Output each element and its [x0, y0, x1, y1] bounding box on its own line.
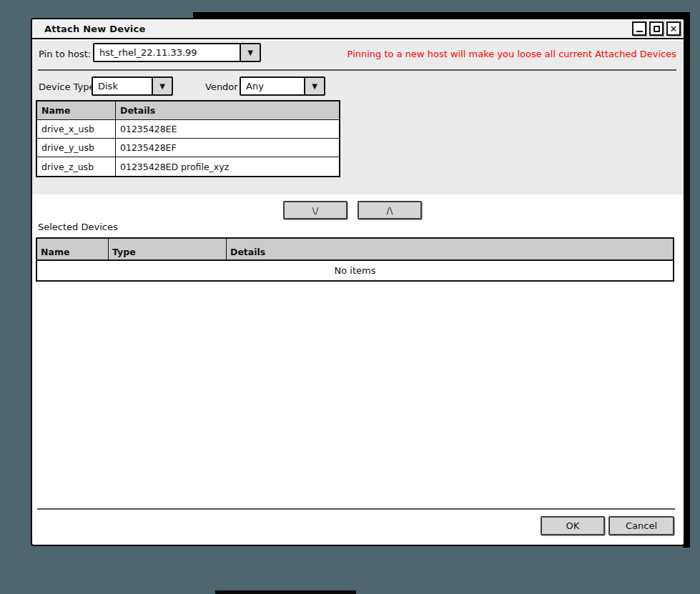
- device-name-cell: drive_z_usb: [37, 157, 116, 176]
- dialog-title: Attach New Device: [32, 24, 145, 34]
- move-down-button[interactable]: \/: [283, 201, 347, 219]
- available-devices-table: Name Details drive_x_usb 01235428EE driv…: [36, 100, 340, 177]
- pin-warning-text: Pinning to a new host will make you loos…: [347, 49, 676, 59]
- background-window-edge: [215, 590, 356, 594]
- table-row[interactable]: drive_z_usb 01235428ED profile_xyz: [37, 157, 339, 176]
- table-row[interactable]: drive_x_usb 01235428EE: [37, 120, 339, 139]
- ok-button[interactable]: OK: [541, 516, 605, 535]
- vendor-dropdown-button[interactable]: ▼: [304, 78, 324, 94]
- pin-and-filter-panel: Pin to host: hst_rhel_22.11.33.99 ▼ Pinn…: [32, 41, 684, 194]
- maximize-button[interactable]: [649, 21, 664, 36]
- vendor-combobox[interactable]: Any ▼: [240, 76, 325, 96]
- close-icon: ✕: [670, 24, 678, 34]
- minimize-button[interactable]: [632, 21, 646, 36]
- pin-to-host-dropdown-button[interactable]: ▼: [240, 44, 260, 61]
- device-type-dropdown-button[interactable]: ▼: [152, 78, 172, 94]
- table-row[interactable]: drive_y_usb 01235428EF: [37, 139, 339, 157]
- selected-devices-label: Selected Devices: [38, 222, 118, 232]
- vendor-value: Any: [241, 78, 304, 94]
- column-header-name: Name: [37, 239, 109, 259]
- column-header-details: Details: [116, 102, 339, 119]
- pin-to-host-label: Pin to host:: [39, 49, 91, 59]
- chevron-down-icon: ▼: [247, 49, 253, 56]
- vendor-label: Vendor: [205, 81, 238, 92]
- chevron-down-icon: ▼: [312, 82, 317, 90]
- device-name-cell: drive_y_usb: [37, 139, 116, 157]
- empty-table-message: No items: [37, 261, 673, 280]
- selected-devices-table: Name Type Details No items: [36, 237, 674, 282]
- attach-new-device-dialog: Attach New Device ✕ Pin to host: hst_rhe…: [31, 18, 685, 546]
- close-button[interactable]: ✕: [666, 21, 681, 36]
- column-header-name: Name: [37, 102, 116, 119]
- window-controls: ✕: [632, 21, 681, 36]
- pin-section-divider: [38, 69, 676, 71]
- device-type-value: Disk: [93, 78, 152, 94]
- column-header-details: Details: [227, 239, 673, 259]
- maximize-icon: [654, 26, 660, 32]
- device-type-combobox[interactable]: Disk ▼: [92, 76, 173, 96]
- device-type-label: Device Type: [39, 81, 94, 92]
- device-details-cell: 01235428EF: [116, 139, 339, 157]
- pin-to-host-combobox[interactable]: hst_rhel_22.11.33.99 ▼: [93, 43, 261, 62]
- footer-divider: [37, 508, 675, 510]
- chevron-down-icon: ▼: [159, 82, 165, 90]
- minimize-icon: [636, 31, 643, 32]
- move-up-button[interactable]: /\: [358, 201, 422, 219]
- available-devices-header-row: Name Details: [37, 102, 339, 120]
- device-details-cell: 01235428EE: [116, 120, 339, 138]
- device-name-cell: drive_x_usb: [37, 120, 116, 138]
- desktop: { "window": { "title": "Attach New Devic…: [0, 0, 700, 594]
- device-details-cell: 01235428ED profile_xyz: [116, 157, 339, 176]
- column-header-type: Type: [109, 239, 227, 259]
- selected-devices-header-row: Name Type Details: [37, 239, 673, 261]
- titlebar[interactable]: Attach New Device: [32, 19, 684, 39]
- cancel-button[interactable]: Cancel: [608, 516, 674, 535]
- pin-to-host-value: hst_rhel_22.11.33.99: [94, 44, 240, 61]
